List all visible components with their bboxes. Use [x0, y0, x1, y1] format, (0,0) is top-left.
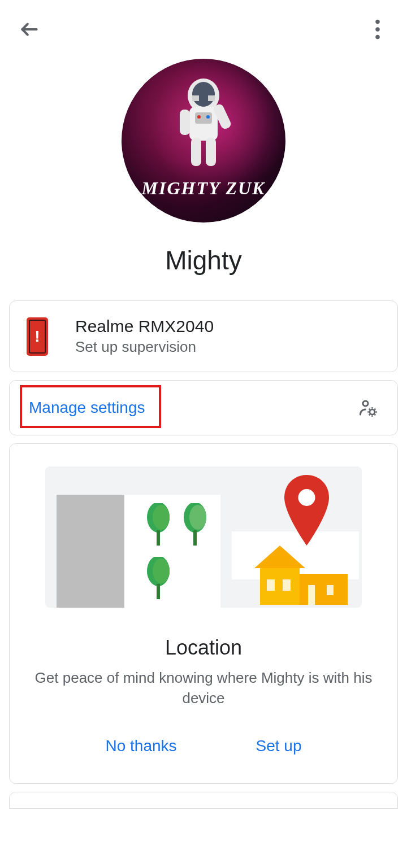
manage-settings-card[interactable]: Manage settings	[9, 380, 398, 435]
back-arrow-icon[interactable]	[17, 17, 42, 42]
location-illustration	[45, 466, 362, 608]
location-card: Location Get peace of mind knowing where…	[9, 443, 398, 784]
svg-point-16	[363, 401, 368, 406]
location-description: Get peace of mind knowing where Mighty i…	[27, 668, 380, 709]
svg-point-17	[370, 409, 375, 415]
svg-point-22	[189, 505, 206, 530]
svg-rect-29	[300, 574, 348, 605]
device-card[interactable]: Realme RMX2040 Set up supervision	[9, 300, 398, 372]
manage-settings-label: Manage settings	[29, 399, 145, 417]
set-up-button[interactable]: Set up	[245, 731, 313, 761]
svg-point-5	[192, 82, 215, 107]
phone-alert-icon	[27, 317, 48, 356]
profile-name: Mighty	[165, 245, 241, 276]
device-name: Realme RMX2040	[75, 317, 380, 336]
more-vert-icon[interactable]	[365, 17, 390, 42]
svg-rect-8	[208, 95, 215, 101]
svg-rect-33	[327, 585, 334, 595]
svg-rect-26	[157, 584, 160, 599]
header	[0, 0, 407, 53]
svg-rect-13	[195, 112, 212, 124]
device-info: Realme RMX2040 Set up supervision	[75, 317, 380, 356]
person-gear-icon	[358, 398, 378, 418]
svg-point-19	[153, 505, 170, 530]
avatar-text: MIGHTY ZUK	[122, 178, 285, 199]
svg-rect-23	[193, 530, 197, 546]
location-actions: No thanks Set up	[27, 731, 380, 766]
svg-rect-11	[191, 138, 201, 166]
svg-rect-7	[192, 95, 199, 101]
location-title: Location	[27, 636, 380, 660]
svg-point-1	[375, 20, 380, 24]
svg-point-14	[197, 115, 201, 119]
svg-point-2	[375, 27, 380, 32]
svg-rect-30	[267, 579, 275, 591]
avatar[interactable]: MIGHTY ZUK	[122, 59, 285, 223]
no-thanks-button[interactable]: No thanks	[94, 731, 188, 761]
svg-point-34	[298, 489, 315, 506]
device-subtitle: Set up supervision	[75, 338, 380, 356]
svg-rect-32	[308, 585, 315, 605]
svg-point-3	[375, 35, 380, 40]
astronaut-figure	[164, 73, 243, 175]
svg-rect-12	[206, 138, 216, 166]
svg-rect-9	[180, 110, 190, 135]
svg-point-25	[153, 559, 170, 583]
svg-rect-20	[157, 530, 160, 546]
next-card-partial	[9, 792, 398, 809]
svg-point-15	[206, 115, 210, 119]
svg-rect-31	[283, 579, 291, 591]
profile-section: MIGHTY ZUK Mighty	[0, 53, 407, 293]
svg-rect-28	[260, 568, 300, 605]
